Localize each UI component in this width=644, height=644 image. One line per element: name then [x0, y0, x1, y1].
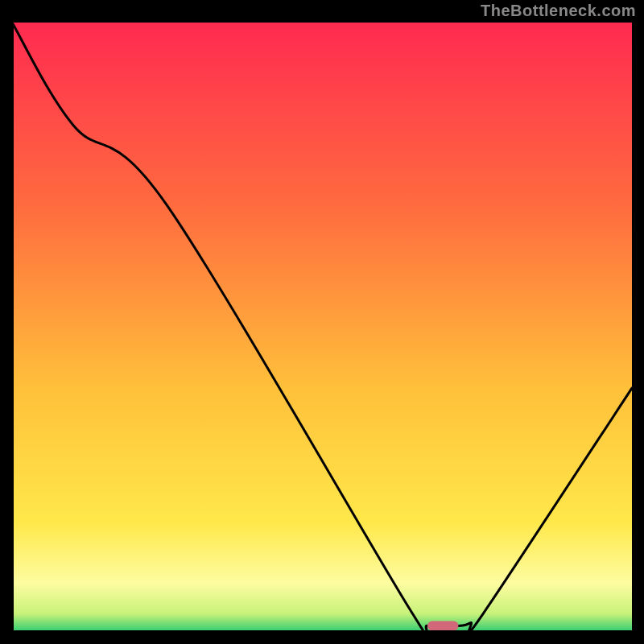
- chart-container: TheBottleneck.com: [0, 0, 644, 644]
- watermark-label: TheBottleneck.com: [481, 2, 636, 20]
- chart-svg: [12, 23, 632, 632]
- optimal-marker: [427, 621, 459, 630]
- plot-area: [12, 23, 632, 632]
- gradient-background: [12, 23, 632, 632]
